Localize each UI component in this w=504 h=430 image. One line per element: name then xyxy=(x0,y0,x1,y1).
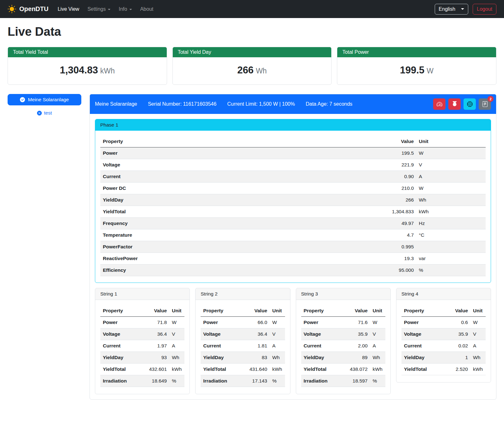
string-card-4: String 4 PropertyValueUnitPower0.6WVolta… xyxy=(396,288,491,383)
inverter-actions: 2 xyxy=(433,98,491,110)
value-cell: 19.3 xyxy=(374,253,416,265)
string-title: String 4 xyxy=(396,288,491,300)
table-row: Temperature4.7°C xyxy=(100,229,486,241)
table-row: Current1.97A xyxy=(100,340,184,352)
property-cell: Irradiation xyxy=(201,375,243,387)
summary-card-total-power: Total Power 199.5W xyxy=(337,47,496,85)
value-cell: 18.597 xyxy=(344,375,370,387)
power-button[interactable] xyxy=(448,98,461,110)
column-header: Property xyxy=(401,305,444,317)
card-value: 1,304.83 xyxy=(60,65,98,76)
unit-cell: var xyxy=(416,253,486,265)
table-row: Power DC210.0W xyxy=(100,183,486,194)
device-info-button[interactable] xyxy=(464,98,476,110)
unit-cell: kWh xyxy=(470,364,486,375)
table-row: Frequency49.97Hz xyxy=(100,218,486,229)
language-selected-value: English xyxy=(439,6,455,12)
table-row: YieldTotal432.601kWh xyxy=(100,364,184,375)
table-row: YieldTotal438.072kWh xyxy=(301,364,385,375)
column-header: Property xyxy=(100,305,143,317)
property-cell: Current xyxy=(301,340,344,352)
column-header: Unit xyxy=(169,305,184,317)
card-value: 199.5 xyxy=(400,65,425,76)
chevron-down-icon xyxy=(108,9,110,10)
value-cell: 266 xyxy=(374,194,416,206)
nav-item-about[interactable]: About xyxy=(136,4,158,15)
column-header: Unit xyxy=(470,305,486,317)
value-cell: 18.649 xyxy=(143,375,169,387)
table-row: YieldDay266Wh xyxy=(100,194,486,206)
value-cell: 210.0 xyxy=(374,183,416,194)
inverter-name-label: Meine Solaranlage xyxy=(28,97,69,103)
nav-item-settings[interactable]: Settings xyxy=(83,4,115,15)
current-limit: Current Limit: 1,500 W | 100% xyxy=(227,101,295,107)
property-cell: Power xyxy=(401,317,444,328)
strings-row: String 1 PropertyValueUnitPower71.8WVolt… xyxy=(95,288,491,394)
navbar-right: English Logout xyxy=(435,4,496,15)
phase-card: Phase 1 PropertyValueUnitPower199.5WVolt… xyxy=(95,119,491,283)
property-cell: Frequency xyxy=(100,218,374,229)
value-cell: 2.00 xyxy=(344,340,370,352)
value-cell: 1 xyxy=(444,352,470,364)
value-cell: 0.995 xyxy=(374,241,416,253)
table-row: YieldDay89Wh xyxy=(301,352,385,364)
inverter-panel: Meine Solaranlage Serial Number: 1161716… xyxy=(90,94,496,400)
table-header-row: PropertyValueUnit xyxy=(100,305,184,317)
phase-table: PropertyValueUnitPower199.5WVoltage221.9… xyxy=(100,136,486,276)
unit-cell: Wh xyxy=(470,352,486,364)
table-header-row: PropertyValueUnit xyxy=(301,305,385,317)
unit-cell: % xyxy=(416,265,486,276)
string-body: PropertyValueUnitPower71.6WVoltage35.9VC… xyxy=(296,300,390,394)
unit-cell: kWh xyxy=(270,364,285,375)
column-header: Property xyxy=(201,305,243,317)
inverter-name: Meine Solaranlage xyxy=(95,101,137,107)
sidebar-item-test[interactable]: test xyxy=(8,110,81,116)
unit-cell: kWh xyxy=(169,364,184,375)
value-cell: 0.6 xyxy=(444,317,470,328)
value-cell: 36.4 xyxy=(143,328,169,340)
card-body: 266Wh xyxy=(173,57,332,84)
language-select[interactable]: English xyxy=(435,4,468,15)
column-header: Value xyxy=(143,305,169,317)
inverter-select-button[interactable]: Meine Solaranlage xyxy=(8,94,81,105)
serial-number: Serial Number: 116171603546 xyxy=(148,101,216,107)
string-table-4: PropertyValueUnitPower0.6WVoltage35.9VCu… xyxy=(401,305,486,375)
unit-cell: W xyxy=(169,317,184,328)
string-table-3: PropertyValueUnitPower71.6WVoltage35.9VC… xyxy=(301,305,385,387)
property-cell: Voltage xyxy=(100,159,374,171)
value-cell: 71.6 xyxy=(344,317,370,328)
nav-item-info[interactable]: Info xyxy=(115,4,136,15)
card-value: 266 xyxy=(237,65,254,76)
property-cell: Temperature xyxy=(100,229,374,241)
chevron-down-icon xyxy=(461,8,464,10)
value-cell: 0.02 xyxy=(444,340,470,352)
event-log-button[interactable]: 2 xyxy=(479,98,491,110)
column-header: Unit xyxy=(370,305,385,317)
property-cell: YieldTotal xyxy=(401,364,444,375)
table-row: Power71.8W xyxy=(100,317,184,328)
inverter-panel-body: Phase 1 PropertyValueUnitPower199.5WVolt… xyxy=(90,114,496,399)
unit-cell: W xyxy=(470,317,486,328)
string-table-2: PropertyValueUnitPower66.0WVoltage36.4VC… xyxy=(201,305,285,387)
card-unit: W xyxy=(427,67,434,75)
card-header: Total Power xyxy=(337,47,496,57)
property-cell: Irradiation xyxy=(100,375,143,387)
unit-cell: A xyxy=(270,340,285,352)
page-title: Live Data xyxy=(8,25,496,39)
journal-text-icon xyxy=(482,101,488,107)
table-row: YieldDay83Wh xyxy=(201,352,285,364)
string-card-1: String 1 PropertyValueUnitPower71.8WVolt… xyxy=(95,288,190,394)
card-unit: Wh xyxy=(256,67,267,75)
value-cell: 2.520 xyxy=(444,364,470,375)
table-row: Current2.00A xyxy=(301,340,385,352)
brand-logo[interactable]: OpenDTU xyxy=(8,5,48,13)
check-circle-icon xyxy=(20,97,25,102)
property-cell: Power xyxy=(201,317,243,328)
logout-button[interactable]: Logout xyxy=(473,4,496,15)
property-cell: YieldTotal xyxy=(100,206,374,218)
unit-cell: W xyxy=(270,317,285,328)
limit-settings-button[interactable] xyxy=(433,98,445,110)
nav-item-live-view[interactable]: Live View xyxy=(53,4,83,15)
value-cell: 83 xyxy=(243,352,270,364)
column-header: Property xyxy=(301,305,344,317)
